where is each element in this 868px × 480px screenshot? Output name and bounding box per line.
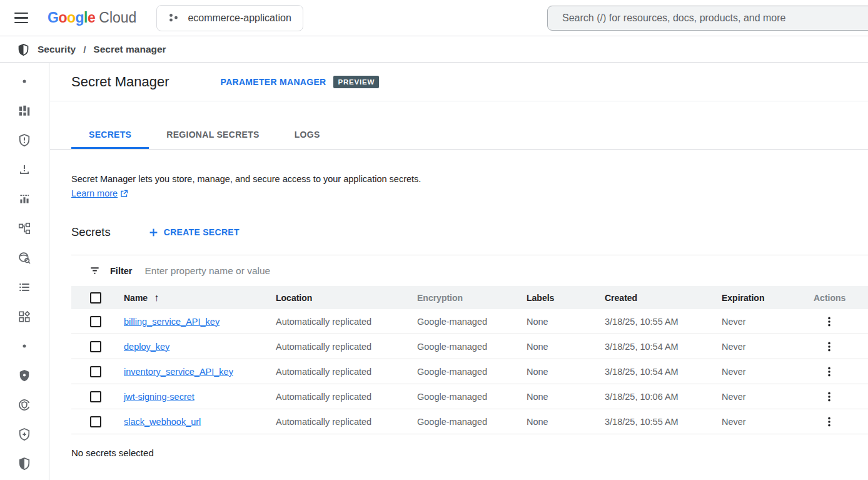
breadcrumb-secret-manager: Secret manager <box>93 44 166 55</box>
row-checkbox[interactable] <box>90 416 101 427</box>
tab-bar: SECRETS REGIONAL SECRETS LOGS <box>50 101 868 150</box>
encryption-cell: Google-managed <box>417 367 527 377</box>
project-selector[interactable]: ecommerce-application <box>156 5 303 31</box>
shield-add-icon[interactable] <box>15 426 34 443</box>
secrets-section-header: Secrets CREATE SECRET <box>71 225 868 239</box>
security-posture-shield-icon[interactable] <box>15 455 34 472</box>
labels-cell: None <box>527 417 605 427</box>
assets-hierarchy-icon[interactable] <box>15 220 34 237</box>
labels-cell: None <box>527 392 605 402</box>
row-actions-menu-icon[interactable] <box>821 414 837 430</box>
nav-dot-icon[interactable] <box>15 73 34 90</box>
logo-letter: o <box>58 9 67 26</box>
menu-icon[interactable] <box>6 3 36 33</box>
shield-filled-icon[interactable] <box>15 367 34 384</box>
explore-search-icon[interactable] <box>15 249 34 267</box>
preview-badge: PREVIEW <box>333 76 379 88</box>
expiration-cell: Never <box>722 342 814 352</box>
column-header-location: Location <box>276 293 417 303</box>
expiration-cell: Never <box>722 367 814 377</box>
breadcrumb-separator: / <box>83 44 86 55</box>
security-shield-icon <box>17 43 30 56</box>
filter-bar: Filter <box>71 255 868 286</box>
encryption-cell: Google-managed <box>417 317 527 327</box>
row-checkbox[interactable] <box>90 391 101 402</box>
select-all-checkbox[interactable] <box>90 292 101 304</box>
top-app-bar: Google Cloud ecommerce-application <box>0 0 868 36</box>
row-actions-menu-icon[interactable] <box>821 339 837 355</box>
row-checkbox[interactable] <box>90 316 101 327</box>
analytics-barchart-icon[interactable] <box>15 190 34 208</box>
table-row: billing_service_API_key Automatically re… <box>71 309 868 334</box>
created-cell: 3/18/25, 10:54 AM <box>605 342 722 352</box>
encryption-cell: Google-managed <box>417 392 527 402</box>
column-header-created: Created <box>605 293 722 303</box>
encryption-cell: Google-managed <box>417 417 527 427</box>
project-name: ecommerce-application <box>188 13 291 24</box>
table-row: inventory_service_API_key Automatically … <box>71 359 868 384</box>
secret-name-link[interactable]: inventory_service_API_key <box>124 367 233 377</box>
threats-shield-alert-icon[interactable] <box>15 131 34 149</box>
google-cloud-logo[interactable]: Google Cloud <box>48 9 136 26</box>
compliance-circle-shield-icon[interactable] <box>15 396 34 414</box>
row-checkbox[interactable] <box>90 366 101 377</box>
labels-cell: None <box>527 317 605 327</box>
breadcrumb-security[interactable]: Security <box>38 44 76 55</box>
external-link-icon <box>120 190 128 198</box>
import-findings-icon[interactable] <box>15 161 34 178</box>
filter-icon[interactable] <box>89 265 101 277</box>
created-cell: 3/18/25, 10:55 AM <box>605 317 722 327</box>
create-secret-label: CREATE SECRET <box>164 227 240 237</box>
created-cell: 3/18/25, 10:06 AM <box>605 392 722 402</box>
created-cell: 3/18/25, 10:55 AM <box>605 417 722 427</box>
table-row: deploy_key Automatically replicated Goog… <box>71 334 868 359</box>
table-row: slack_webhook_url Automatically replicat… <box>71 409 868 434</box>
risk-overview-icon[interactable] <box>15 102 34 120</box>
location-cell: Automatically replicated <box>276 392 417 402</box>
create-secret-button[interactable]: CREATE SECRET <box>149 227 240 237</box>
expiration-cell: Never <box>722 392 814 402</box>
learn-more-link[interactable]: Learn more <box>71 188 118 198</box>
breadcrumb: Security / Secret manager <box>0 37 868 63</box>
row-actions-menu-icon[interactable] <box>821 314 837 330</box>
intro-text: Secret Manager lets you store, manage, a… <box>71 174 868 184</box>
applications-grid-icon[interactable] <box>15 308 34 325</box>
created-cell: 3/18/25, 10:54 AM <box>605 367 722 377</box>
selection-status: No secrets selected <box>71 447 868 458</box>
logo-cloud-text: Cloud <box>99 9 136 26</box>
logo-letter: e <box>88 9 95 26</box>
secret-name-link[interactable]: jwt-signing-secret <box>124 392 194 402</box>
row-checkbox[interactable] <box>90 341 101 352</box>
column-header-expiration: Expiration <box>722 293 814 303</box>
tab-logs[interactable]: LOGS <box>277 120 338 149</box>
filter-input[interactable] <box>141 265 868 277</box>
page-header: Secret Manager PARAMETER MANAGER PREVIEW <box>50 63 868 101</box>
labels-cell: None <box>527 367 605 377</box>
secret-name-link[interactable]: deploy_key <box>124 342 169 352</box>
row-actions-menu-icon[interactable] <box>821 364 837 380</box>
parameter-manager-link[interactable]: PARAMETER MANAGER <box>221 77 326 87</box>
global-search <box>547 6 868 31</box>
labels-cell: None <box>527 342 605 352</box>
nav-dot-icon[interactable] <box>15 337 34 355</box>
secret-name-link[interactable]: billing_service_API_key <box>124 317 220 327</box>
project-icon <box>168 13 179 24</box>
main-content: Secret Manager PARAMETER MANAGER PREVIEW… <box>50 63 868 480</box>
column-header-name[interactable]: Name ↑ <box>124 292 276 304</box>
expiration-cell: Never <box>722 317 814 327</box>
table-row: jwt-signing-secret Automatically replica… <box>71 384 868 409</box>
findings-list-icon[interactable] <box>15 278 34 296</box>
page-title: Secret Manager <box>71 74 169 90</box>
sort-ascending-icon: ↑ <box>154 292 159 304</box>
search-input[interactable] <box>548 13 868 24</box>
tab-regional-secrets[interactable]: REGIONAL SECRETS <box>149 120 276 149</box>
column-header-labels: Labels <box>527 293 605 303</box>
secret-name-link[interactable]: slack_webhook_url <box>124 417 201 427</box>
location-cell: Automatically replicated <box>276 417 417 427</box>
location-cell: Automatically replicated <box>276 317 417 327</box>
tab-secrets[interactable]: SECRETS <box>71 120 149 149</box>
logo-letter: G <box>48 9 58 26</box>
row-actions-menu-icon[interactable] <box>821 389 837 405</box>
filter-label[interactable]: Filter <box>110 266 132 276</box>
expiration-cell: Never <box>722 417 814 427</box>
